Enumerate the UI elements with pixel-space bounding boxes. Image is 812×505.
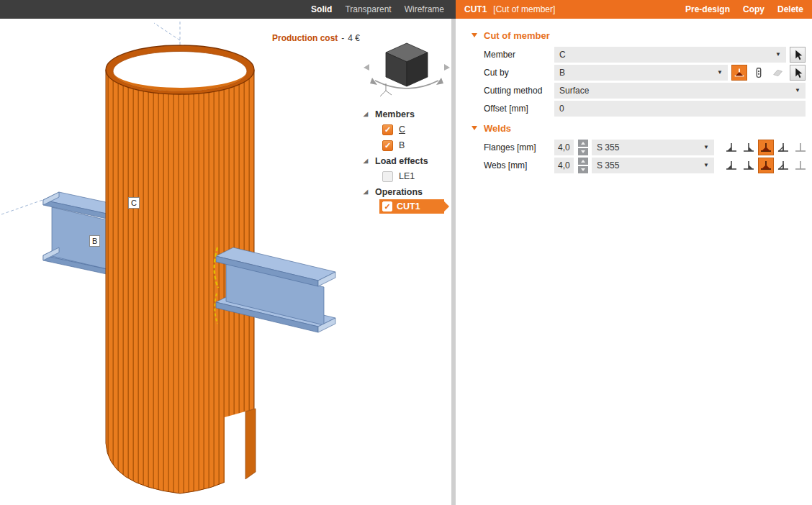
cut-by-value: B bbox=[559, 68, 565, 78]
scene-3d[interactable] bbox=[0, 19, 451, 505]
weld-bevel-button[interactable] bbox=[775, 158, 791, 173]
webs-size-value: 4,0 bbox=[558, 160, 570, 170]
member-dropdown[interactable]: C ▼ bbox=[554, 47, 786, 63]
weld-butt-button[interactable] bbox=[793, 140, 808, 155]
weld-double-fillet-icon bbox=[759, 141, 772, 154]
tree-item-label[interactable]: B bbox=[399, 140, 405, 150]
nav-cube[interactable] bbox=[386, 43, 428, 86]
view-mode-solid[interactable]: Solid bbox=[311, 4, 332, 14]
property-panel: Cut of member Member C ▼ Cut by B bbox=[456, 19, 812, 505]
row-flanges: Flanges [mm] 4,0 S 355 ▼ bbox=[456, 138, 806, 156]
tree-section-members: ◢ Members ✓ C ✓ B bbox=[364, 106, 455, 153]
weld-fillet-back-button[interactable] bbox=[741, 140, 757, 155]
section-welds[interactable]: Welds bbox=[456, 120, 806, 136]
checkbox-member-b[interactable]: ✓ bbox=[382, 140, 393, 151]
tree-item-label[interactable]: CUT1 bbox=[397, 201, 420, 211]
tree-item-member-b[interactable]: ✓ B bbox=[364, 137, 455, 153]
weld-butt-button[interactable] bbox=[793, 158, 808, 173]
tree-section-load-effects: ◢ Load effects LE1 bbox=[364, 153, 455, 184]
tree-item-member-c[interactable]: ✓ C bbox=[364, 122, 455, 137]
cutting-method-value: Surface bbox=[559, 86, 589, 96]
webs-size-input[interactable]: 4,0 bbox=[554, 158, 574, 173]
tree-item-le1[interactable]: LE1 bbox=[364, 168, 455, 184]
weld-fillet-front-icon bbox=[725, 159, 738, 172]
weld-butt-icon bbox=[794, 159, 807, 172]
offset-value: 0 bbox=[559, 104, 564, 114]
tree-item-label[interactable]: C bbox=[399, 124, 405, 135]
weld-bevel-button[interactable] bbox=[775, 140, 791, 155]
tree-item-label[interactable]: LE1 bbox=[399, 171, 415, 181]
cursor-select-icon bbox=[791, 48, 804, 61]
arrow-up-icon bbox=[581, 142, 585, 145]
tree-section-operations: ◢ Operations ✓ CUT1 bbox=[364, 184, 455, 214]
flanges-material-dropdown[interactable]: S 355 ▼ bbox=[592, 140, 714, 155]
weld-fillet-back-button[interactable] bbox=[741, 158, 757, 173]
chevron-down-icon: ▼ bbox=[790, 87, 800, 94]
expander-icon: ◢ bbox=[364, 158, 375, 164]
arrow-up-icon bbox=[581, 160, 585, 163]
stepper-up-button[interactable] bbox=[578, 158, 588, 165]
section-cut-of-member[interactable]: Cut of member bbox=[456, 27, 806, 43]
view-mode-transparent[interactable]: Transparent bbox=[345, 4, 391, 14]
tree-item-cut1[interactable]: ✓ CUT1 bbox=[379, 199, 444, 214]
operation-header: CUT1 [Cut of member] Pre-design Copy Del… bbox=[456, 0, 812, 19]
copy-button[interactable]: Copy bbox=[743, 4, 764, 14]
expander-icon: ◢ bbox=[364, 188, 375, 195]
delete-button[interactable]: Delete bbox=[777, 4, 803, 14]
cut-by-dropdown[interactable]: B ▼ bbox=[554, 65, 728, 81]
cutting-method-dropdown[interactable]: Surface ▼ bbox=[554, 83, 806, 99]
bolt-option-button[interactable] bbox=[751, 65, 767, 81]
arrow-down-icon bbox=[581, 150, 585, 153]
weld-fillet-front-button[interactable] bbox=[723, 158, 739, 173]
tree-section-label: Operations bbox=[375, 187, 423, 197]
chevron-down-icon: ▼ bbox=[699, 144, 709, 150]
contact-plate-button[interactable] bbox=[770, 65, 786, 81]
offset-input[interactable]: 0 bbox=[554, 101, 806, 117]
section-title: Welds bbox=[484, 123, 511, 134]
weld-double-fillet-button[interactable] bbox=[758, 140, 774, 155]
predesign-button[interactable]: Pre-design bbox=[685, 4, 730, 14]
webs-material-dropdown[interactable]: S 355 ▼ bbox=[592, 158, 714, 173]
arrow-down-icon bbox=[581, 168, 585, 171]
weld-double-fillet-button[interactable] bbox=[758, 158, 774, 173]
stepper-down-button[interactable] bbox=[578, 166, 588, 173]
checkbox-le1[interactable] bbox=[382, 171, 393, 182]
flanges-weld-type-buttons bbox=[723, 140, 808, 155]
row-cutting-method: Cutting method Surface ▼ bbox=[456, 81, 806, 99]
weld-option-icon bbox=[733, 66, 746, 79]
weld-fillet-front-button[interactable] bbox=[723, 140, 739, 155]
weld-bevel-icon bbox=[777, 141, 790, 154]
weld-fillet-front-icon bbox=[725, 141, 738, 154]
tree-header-members[interactable]: ◢ Members bbox=[364, 106, 455, 122]
tree-header-load-effects[interactable]: ◢ Load effects bbox=[364, 153, 455, 168]
check-icon: ✓ bbox=[384, 202, 390, 211]
checkbox-member-c[interactable]: ✓ bbox=[382, 124, 393, 135]
flanges-size-input[interactable]: 4,0 bbox=[554, 140, 574, 155]
checkbox-cut1[interactable]: ✓ bbox=[382, 201, 392, 211]
cut-by-select-in-scene-button[interactable] bbox=[790, 65, 806, 81]
selected-operation-arrow-icon bbox=[444, 201, 449, 211]
chevron-down-icon: ▼ bbox=[713, 69, 723, 76]
view-mode-bar: Solid Transparent Wireframe bbox=[0, 0, 456, 19]
check-icon: ✓ bbox=[384, 125, 391, 135]
contact-plate-icon bbox=[772, 66, 785, 79]
weld-butt-icon bbox=[794, 141, 807, 154]
member-value: C bbox=[559, 50, 566, 60]
check-icon: ✓ bbox=[384, 141, 391, 150]
stepper-up-button[interactable] bbox=[578, 140, 588, 147]
weld-fillet-back-icon bbox=[742, 159, 755, 172]
webs-label: Webs [mm] bbox=[484, 160, 554, 170]
tree-header-operations[interactable]: ◢ Operations bbox=[364, 184, 455, 199]
weld-option-button[interactable] bbox=[731, 65, 747, 81]
stepper-down-button[interactable] bbox=[578, 148, 588, 155]
weld-fillet-back-icon bbox=[742, 141, 755, 154]
operation-subtitle: [Cut of member] bbox=[493, 4, 555, 14]
viewport-3d[interactable]: Production cost - 4 € C B bbox=[0, 19, 451, 505]
offset-label: Offset [mm] bbox=[484, 104, 554, 114]
view-mode-wireframe[interactable]: Wireframe bbox=[405, 4, 444, 14]
production-cost-label: Production cost bbox=[272, 33, 338, 43]
member-select-in-scene-button[interactable] bbox=[790, 47, 806, 63]
tree-section-label: Load effects bbox=[375, 156, 428, 166]
webs-weld-type-buttons bbox=[723, 158, 808, 173]
row-cut-by: Cut by B ▼ bbox=[456, 63, 806, 81]
